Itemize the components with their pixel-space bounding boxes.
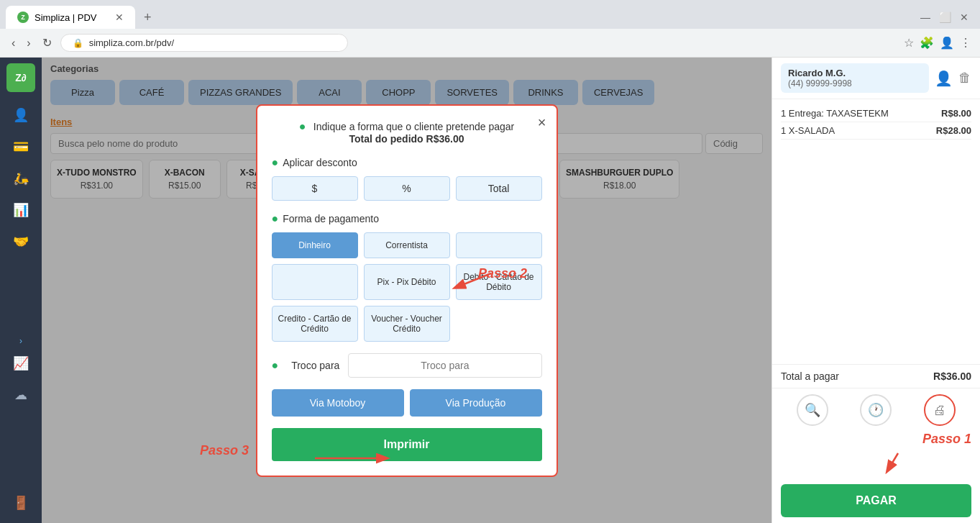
troco-label: Troco para: [291, 360, 339, 371]
back-button[interactable]: ‹: [9, 34, 18, 53]
modal-header: ● Indique a forma que o cliente pretende…: [272, 120, 542, 145]
browser-toolbar: ☆ 🧩 👤 ⋮: [904, 36, 971, 50]
customer-info: Ricardo M.G. (44) 99999-9998: [781, 63, 929, 93]
total-value: R$36.00: [933, 370, 971, 382]
svg-line-5: [887, 453, 898, 471]
order-total: Total a pagar R$36.00: [772, 364, 980, 388]
right-sidebar: Ricardo M.G. (44) 99999-9998 👤 🗑 1 Entre…: [771, 58, 980, 523]
payment-credito[interactable]: Credito - Cartão de Crédito: [272, 306, 358, 342]
sidebar-icon-delivery[interactable]: 🛵: [6, 164, 35, 193]
app-layout: Z∂ 👤 💳 🛵 📊 🤝 › 📈 ☁ 🚪 Categorias Pizza CA…: [0, 58, 980, 523]
bookmark-icon[interactable]: ☆: [904, 36, 914, 50]
modal-overlay: × ● Indique a forma que o cliente preten…: [42, 58, 771, 523]
passo3-annotation: Passo 3: [200, 443, 249, 458]
sidebar-icon-graph[interactable]: 📈: [6, 349, 35, 378]
print-button[interactable]: Imprimir: [272, 428, 542, 461]
active-tab[interactable]: Z Simpliza | PDV ✕: [6, 6, 135, 29]
history-button[interactable]: 🕐: [860, 394, 892, 426]
via-buttons: Via Motoboy Via Produção: [272, 389, 542, 417]
action-buttons: 🔍 🕐 🖨: [772, 388, 980, 432]
main-content: Categorias Pizza CAFÉ PIZZAS GRANDES ACA…: [42, 58, 771, 523]
sidebar-icon-handshake[interactable]: 🤝: [6, 227, 35, 256]
payment-empty2[interactable]: [272, 264, 358, 300]
payment-empty1[interactable]: [456, 232, 542, 258]
modal-close-button[interactable]: ×: [538, 114, 546, 131]
customer-icon: 👤: [935, 70, 953, 87]
tab-title: Simpliza | PDV: [35, 12, 96, 23]
customer-bar: Ricardo M.G. (44) 99999-9998 👤 🗑: [772, 58, 980, 99]
passo2-annotation: Passo 2: [478, 266, 527, 281]
url-text: simpliza.com.br/pdv/: [89, 37, 174, 48]
customer-name: Ricardo M.G.: [788, 68, 922, 78]
discount-section-title: ● Aplicar desconto: [272, 156, 542, 169]
discount-buttons: $ % Total: [272, 176, 542, 201]
address-input[interactable]: 🔒 simpliza.com.br/pdv/: [60, 34, 348, 52]
payment-correntista[interactable]: Correntista: [364, 232, 450, 258]
troco-section: ● Troco para: [272, 353, 542, 378]
search-order-button[interactable]: 🔍: [797, 394, 828, 426]
tab-close-button[interactable]: ✕: [115, 12, 124, 23]
payment-grid: Dinheiro Correntista Pix - Pix Débito De…: [272, 232, 542, 342]
payment-modal: × ● Indique a forma que o cliente preten…: [256, 104, 558, 477]
order-items: 1 Entrega: TAXASETEKM R$8.00 1 X-SALADA …: [772, 99, 980, 364]
payment-dinheiro[interactable]: Dinheiro: [272, 232, 358, 258]
sidebar-icon-reports[interactable]: 📊: [6, 196, 35, 224]
close-window-button[interactable]: ✕: [960, 12, 968, 23]
passo1-annotation: Passo 1: [772, 432, 980, 450]
brand-logo: Z∂: [6, 63, 35, 92]
payment-section-title: ● Forma de pagamento: [272, 212, 542, 225]
maximize-button[interactable]: ⬜: [939, 12, 951, 23]
modal-instruction: Indique a forma que o cliente pretende p…: [313, 121, 514, 132]
total-label: Total a pagar: [781, 370, 839, 382]
header-dot: ●: [299, 120, 306, 132]
discount-dollar-btn[interactable]: $: [272, 176, 358, 201]
order-item-xsalada: 1 X-SALADA R$28.00: [781, 122, 971, 140]
reload-button[interactable]: ↻: [40, 33, 55, 53]
sidebar-icon-person[interactable]: 👤: [6, 101, 35, 129]
via-producao-button[interactable]: Via Produção: [410, 389, 542, 417]
pay-button[interactable]: PAGAR: [781, 484, 971, 517]
sidebar-icon-card[interactable]: 💳: [6, 132, 35, 161]
modal-total: Total do pedido R$36.00: [272, 133, 542, 145]
customer-phone: (44) 99999-9998: [788, 78, 922, 88]
via-motoboy-button[interactable]: Via Motoboy: [272, 389, 404, 417]
sidebar-icon-cloud[interactable]: ☁: [6, 381, 35, 409]
order-item-entrega: 1 Entrega: TAXASETEKM R$8.00: [781, 105, 971, 122]
payment-methods-container: Dinheiro Correntista Pix - Pix Débito De…: [272, 232, 542, 342]
menu-icon[interactable]: ⋮: [960, 36, 971, 50]
profile-icon[interactable]: 👤: [940, 36, 954, 50]
delete-customer-icon[interactable]: 🗑: [958, 71, 971, 86]
discount-percent-btn[interactable]: %: [364, 176, 450, 201]
print-receipt-button[interactable]: 🖨: [924, 394, 956, 426]
forward-button[interactable]: ›: [24, 34, 33, 53]
address-bar: ‹ › ↻ 🔒 simpliza.com.br/pdv/ ☆ 🧩 👤 ⋮: [0, 29, 980, 57]
troco-input[interactable]: [348, 353, 541, 378]
browser-chrome: Z Simpliza | PDV ✕ + — ⬜ ✕ ‹ › ↻ 🔒 simpl…: [0, 0, 980, 58]
tab-bar: Z Simpliza | PDV ✕ + — ⬜ ✕: [0, 0, 980, 29]
discount-total-btn[interactable]: Total: [456, 176, 542, 201]
minimize-button[interactable]: —: [920, 12, 930, 23]
passo1-arrow: [848, 450, 905, 478]
icon-sidebar: Z∂ 👤 💳 🛵 📊 🤝 › 📈 ☁ 🚪: [0, 58, 42, 523]
extensions-icon[interactable]: 🧩: [920, 36, 934, 50]
new-tab-button[interactable]: +: [138, 7, 157, 28]
payment-pix[interactable]: Pix - Pix Débito: [364, 264, 450, 300]
sidebar-expand-button[interactable]: ›: [19, 336, 22, 346]
payment-voucher[interactable]: Voucher - Voucher Crédito: [364, 306, 450, 342]
sidebar-icon-exit[interactable]: 🚪: [6, 488, 35, 517]
tab-favicon: Z: [17, 12, 29, 23]
